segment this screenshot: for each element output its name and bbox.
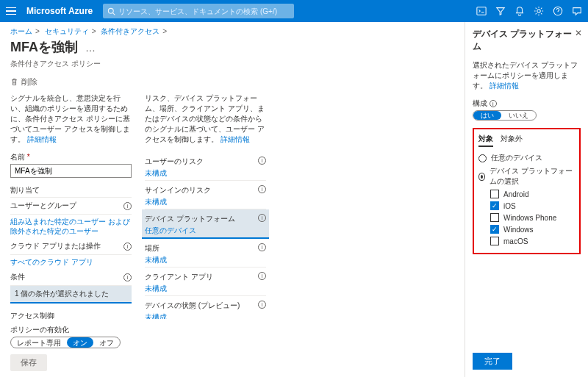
column-2: リスク、デバイス プラットフォーム、場所、クライアント アプリ、またはデバイスの…: [145, 93, 266, 319]
save-button[interactable]: 保存: [10, 354, 47, 371]
conditions-row[interactable]: 条件i: [10, 269, 132, 286]
svg-point-3: [537, 10, 540, 12]
conditions-value[interactable]: 1 個の条件が選択されました: [10, 286, 132, 304]
crumb-home[interactable]: ホーム: [10, 27, 32, 35]
footer: ポリシーの有効化 レポート専用 オン オフ 保存: [0, 319, 465, 377]
checkbox-icon: [490, 190, 499, 198]
platform-checkbox-windows-phone[interactable]: Windows Phone: [490, 213, 575, 222]
users-value[interactable]: 組み込まれた特定のユーザー および 除外された特定のユーザー: [10, 215, 132, 238]
info-icon[interactable]: i: [258, 214, 266, 222]
more-icon[interactable]: …: [85, 42, 96, 54]
condition-item[interactable]: デバイス プラットフォームi任意のデバイス: [142, 209, 269, 239]
condition-item[interactable]: クライアント アプリi未構成: [145, 268, 266, 296]
name-label: 名前: [10, 152, 132, 162]
top-bar: Microsoft Azure: [0, 0, 588, 22]
platform-checkbox-windows[interactable]: Windows: [490, 225, 575, 234]
info-icon[interactable]: i: [123, 273, 132, 281]
learn-more-link[interactable]: 詳細情報: [27, 135, 57, 143]
search-box[interactable]: [103, 4, 294, 18]
cloud-shell-icon[interactable]: [476, 6, 487, 16]
seg-report-only[interactable]: レポート専用: [11, 337, 67, 348]
name-input[interactable]: [10, 164, 132, 178]
info-icon[interactable]: i: [123, 243, 132, 251]
learn-more-link[interactable]: 詳細情報: [490, 82, 519, 90]
platform-checkbox-android[interactable]: Android: [490, 190, 575, 198]
info-icon[interactable]: i: [258, 243, 266, 251]
condition-value[interactable]: 未構成: [145, 255, 266, 265]
info-icon[interactable]: i: [258, 301, 266, 309]
menu-icon[interactable]: [6, 4, 19, 18]
platform-checkbox-ios[interactable]: iOS: [490, 201, 575, 210]
learn-more-link[interactable]: 詳細情報: [220, 135, 250, 143]
toggle-no[interactable]: いいえ: [501, 111, 536, 120]
main-blade: ホーム> セキュリティ> 条件付きアクセス> MFAを強制 … 条件付きアクセス…: [0, 22, 465, 377]
condition-item[interactable]: ユーザーのリスクi未構成: [145, 152, 266, 181]
checkbox-icon: [490, 213, 499, 222]
seg-on[interactable]: オン: [67, 337, 93, 348]
condition-value[interactable]: 未構成: [145, 312, 266, 319]
radio-icon: [478, 173, 485, 181]
info-icon[interactable]: i: [258, 185, 266, 193]
crumb-security[interactable]: セキュリティ: [45, 27, 89, 35]
breadcrumb: ホーム> セキュリティ> 条件付きアクセス>: [0, 22, 465, 37]
info-icon[interactable]: i: [258, 272, 266, 280]
condition-item[interactable]: 場所i未構成: [145, 239, 266, 268]
checkbox-icon: [490, 237, 499, 245]
users-groups-row[interactable]: ユーザーとグループi: [10, 198, 132, 215]
page-title: MFAを強制: [10, 38, 78, 56]
condition-value[interactable]: 未構成: [145, 284, 266, 294]
tab-exclude[interactable]: 対象外: [501, 134, 523, 147]
radio-any-device[interactable]: 任意のデバイス: [478, 153, 575, 163]
highlight-box: 対象 対象外 任意のデバイス デバイス プラットフォームの選択 Androidi…: [473, 128, 581, 254]
apps-value[interactable]: すべてのクラウド アプリ: [10, 255, 132, 269]
cloud-apps-row[interactable]: クラウド アプリまたは操作i: [10, 238, 132, 255]
page-subtitle: 条件付きアクセス ポリシー: [0, 59, 465, 73]
info-icon[interactable]: i: [490, 100, 497, 107]
filter-icon[interactable]: [495, 6, 506, 16]
condition-item[interactable]: サインインのリスクi未構成: [145, 181, 266, 209]
tab-include[interactable]: 対象: [478, 134, 493, 147]
toggle-yes[interactable]: はい: [473, 111, 501, 120]
col1-desc: シグナルを統合し、意思決定を行い、組織のポリシーを適用するために、条件付きアクセ…: [10, 93, 132, 145]
platform-checkbox-macos[interactable]: macOS: [490, 237, 575, 245]
done-button[interactable]: 完了: [473, 353, 512, 370]
info-icon[interactable]: i: [123, 202, 132, 210]
condition-value[interactable]: 未構成: [145, 197, 266, 207]
checkbox-icon: [490, 225, 499, 234]
col2-desc: リスク、デバイス プラットフォーム、場所、クライアント アプリ、またはデバイスの…: [145, 93, 266, 145]
crumb-ca[interactable]: 条件付きアクセス: [101, 27, 159, 35]
trash-icon: [10, 78, 18, 86]
device-platform-panel: デバイス プラットフォーム ✕ 選択されたデバイス プラットフォームにポリシーを…: [465, 22, 588, 377]
radio-icon: [478, 154, 487, 162]
condition-item[interactable]: デバイスの状態 (プレビュー)i未構成: [145, 296, 266, 319]
assignments-header: 割り当て: [10, 185, 132, 198]
configure-toggle[interactable]: はい いいえ: [473, 110, 537, 121]
svg-point-0: [109, 8, 114, 13]
checkbox-icon: [490, 201, 499, 210]
feedback-icon[interactable]: [572, 6, 582, 16]
configure-label: 構成 i: [473, 98, 581, 109]
panel-desc: 選択されたデバイス プラットフォームにポリシーを適用します。 詳細情報: [473, 60, 581, 91]
delete-button[interactable]: 削除: [21, 76, 37, 87]
condition-value[interactable]: 任意のデバイス: [145, 226, 266, 236]
info-icon[interactable]: i: [258, 157, 266, 165]
top-icons: [476, 6, 582, 16]
bell-icon[interactable]: [514, 6, 525, 16]
svg-rect-2: [477, 7, 486, 15]
panel-title: デバイス プラットフォーム: [473, 28, 581, 53]
enable-policy-label: ポリシーの有効化: [10, 325, 454, 335]
search-input[interactable]: [118, 7, 290, 15]
search-icon: [107, 7, 115, 15]
radio-select-platforms[interactable]: デバイス プラットフォームの選択: [478, 166, 575, 187]
condition-value[interactable]: 未構成: [145, 168, 266, 179]
help-icon[interactable]: [553, 6, 563, 16]
seg-off[interactable]: オフ: [93, 337, 120, 348]
gear-icon[interactable]: [534, 6, 544, 16]
column-1: シグナルを統合し、意思決定を行い、組織のポリシーを適用するために、条件付きアクセ…: [10, 93, 132, 319]
access-controls-header: アクセス制御: [10, 311, 132, 319]
close-icon[interactable]: ✕: [575, 28, 582, 38]
brand: Microsoft Azure: [26, 6, 93, 16]
enable-policy-toggle[interactable]: レポート専用 オン オフ: [10, 337, 121, 348]
svg-line-1: [113, 12, 115, 15]
